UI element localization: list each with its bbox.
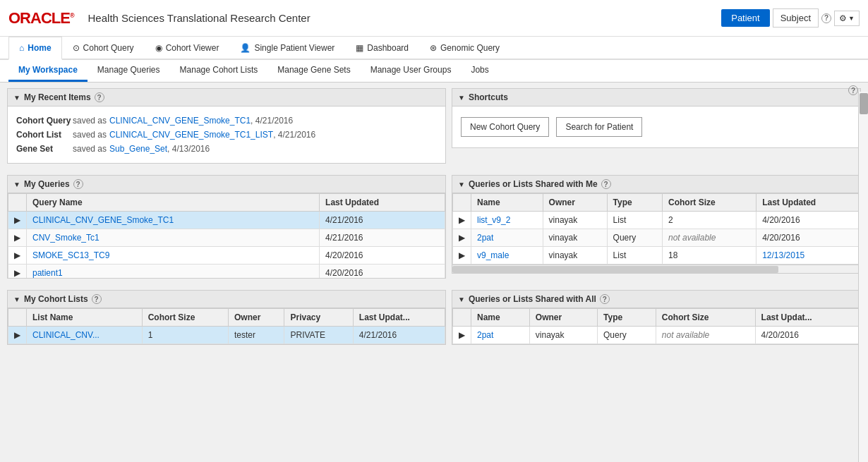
recent-link-2[interactable]: Sub_Gene_Set	[109, 144, 167, 154]
sm-owner-0: vinayak	[543, 212, 607, 229]
header-help-icon[interactable]: ?	[821, 13, 831, 23]
sm-updated-1: 4/20/2016	[757, 229, 860, 247]
single-patient-icon: 👤	[240, 43, 251, 53]
table-row[interactable]: ▶ v9_male vinayak List 18 12/13/2015	[453, 247, 860, 265]
tab-single-patient-viewer[interactable]: 👤 Single Patient Viewer	[229, 37, 345, 59]
sub-tab-my-workspace[interactable]: My Workspace	[8, 60, 88, 82]
dashboard-icon: ▦	[356, 43, 363, 53]
header: ORACLE® Health Sciences Translational Re…	[0, 0, 868, 37]
cohort-lists-collapse-icon[interactable]: ▼	[13, 296, 20, 303]
search-for-patient-button[interactable]: Search for Patient	[556, 117, 642, 137]
th-updated-swa: Last Updat...	[755, 309, 860, 327]
shared-with-all-help-icon[interactable]: ?	[600, 294, 610, 304]
table-row[interactable]: ▶ CLINICAL_CNV... 1 tester PRIVATE 4/21/…	[8, 327, 445, 344]
dropdown-arrow-icon: ▼	[848, 15, 855, 22]
row-expander-0[interactable]: ▶	[8, 212, 27, 229]
shortcuts-content: New Cohort Query Search for Patient	[452, 107, 860, 147]
table-row[interactable]: ▶ CLINICAL_CNV_GENE_Smoke_TC1 4/21/2016	[8, 212, 445, 229]
tab-cohort-viewer[interactable]: ◉ Cohort Viewer	[145, 37, 230, 59]
table-row[interactable]: ▶ CNV_Smoke_Tc1 4/21/2016	[8, 229, 445, 247]
new-cohort-query-button[interactable]: New Cohort Query	[461, 117, 549, 137]
tab-genomic-label: Genomic Query	[440, 43, 500, 53]
table-row[interactable]: ▶ 2pat vinayak Query not available 4/20/…	[453, 229, 860, 247]
query-link-2[interactable]: SMOKE_SC13_TC9	[32, 250, 109, 260]
my-queries-col: ▼ My Queries ? Query Name Last Updated	[7, 175, 446, 284]
recent-items-col: ▼ My Recent Items ? Cohort Query saved a…	[7, 88, 446, 169]
settings-dropdown[interactable]: ⚙ ▼	[834, 11, 860, 26]
shared-with-me-table: Name Owner Type Cohort Size Last Updated…	[452, 193, 860, 265]
recent-items-help-icon[interactable]: ?	[95, 92, 104, 102]
cl-link-0[interactable]: CLINICAL_CNV...	[32, 330, 100, 340]
my-cohort-lists-panel: ▼ My Cohort Lists ? List Name Cohort Siz…	[7, 290, 446, 345]
swa-link-0[interactable]: 2pat	[477, 330, 493, 340]
table-row[interactable]: ▶ list_v9_2 vinayak List 2 4/20/2016	[453, 212, 860, 229]
query-updated-2: 4/20/2016	[320, 247, 445, 265]
row-expander-sm-2[interactable]: ▶	[453, 247, 471, 265]
recent-date-2: , 4/13/2016	[167, 144, 210, 154]
cohort-query-icon: ⊙	[73, 43, 80, 53]
recent-link-0[interactable]: CLINICAL_CNV_GENE_Smoke_TC1	[109, 116, 251, 126]
recent-link-1[interactable]: CLINICAL_CNV_GENE_Smoke_TC1_LIST	[109, 130, 273, 140]
swa-owner-0: vinayak	[529, 327, 597, 344]
shared-with-me-col: ▼ Queries or Lists Shared with Me ? Name…	[452, 175, 861, 284]
table-row[interactable]: ▶ SMOKE_SC13_TC9 4/20/2016	[8, 247, 445, 265]
tab-single-patient-label: Single Patient Viewer	[254, 43, 334, 53]
nav-tabs: ⌂ Home ⊙ Cohort Query ◉ Cohort Viewer 👤 …	[0, 37, 868, 60]
page-help-icon[interactable]: ?	[848, 85, 858, 95]
cohort-lists-scroll[interactable]: List Name Cohort Size Owner Privacy Last…	[8, 308, 445, 344]
sub-tab-manage-user-groups[interactable]: Manage User Groups	[361, 60, 462, 82]
my-queries-help-icon[interactable]: ?	[73, 179, 83, 189]
shared-with-all-scroll[interactable]: Name Owner Type Cohort Size Last Updat..…	[452, 308, 860, 344]
queries-collapse-icon[interactable]: ▼	[13, 181, 20, 188]
sm-link-date-2[interactable]: 12/13/2015	[762, 250, 804, 260]
shared-with-me-horiz-scrollbar[interactable]	[452, 265, 860, 273]
patient-button[interactable]: Patient	[721, 9, 769, 27]
sm-link-2[interactable]: v9_male	[477, 250, 509, 260]
row-expander-swa-0[interactable]: ▶	[453, 327, 471, 344]
tab-cohort-viewer-label: Cohort Viewer	[166, 43, 219, 53]
collapse-icon[interactable]: ▼	[13, 94, 20, 102]
tab-dashboard[interactable]: ▦ Dashboard	[345, 37, 419, 59]
query-link-1[interactable]: CNV_Smoke_Tc1	[32, 233, 100, 243]
sm-link-1[interactable]: 2pat	[477, 233, 493, 243]
row-expander-cl-0[interactable]: ▶	[8, 327, 27, 344]
subject-button[interactable]: Subject	[773, 8, 819, 28]
shared-collapse-icon[interactable]: ▼	[458, 181, 465, 188]
recent-label-2: Gene Set	[16, 144, 73, 154]
sub-tab-manage-cohort-lists[interactable]: Manage Cohort Lists	[170, 60, 268, 82]
main-scrollbar[interactable]	[858, 92, 868, 356]
recent-prefix-1: saved as	[73, 130, 107, 140]
query-link-0[interactable]: CLINICAL_CNV_GENE_Smoke_TC1	[32, 215, 174, 225]
tab-home[interactable]: ⌂ Home	[8, 37, 62, 60]
query-name-3: patient1	[27, 265, 320, 279]
shared-with-me-scroll[interactable]: Name Owner Type Cohort Size Last Updated…	[452, 193, 860, 265]
sm-cohort-1: not available	[663, 229, 757, 247]
row-expander-1[interactable]: ▶	[8, 229, 27, 247]
recent-items-content: Cohort Query saved as CLINICAL_CNV_GENE_…	[8, 107, 445, 163]
table-row[interactable]: ▶ patient1 4/20/2016	[8, 265, 445, 279]
cohort-lists-help-icon[interactable]: ?	[92, 294, 102, 304]
sm-link-0[interactable]: list_v9_2	[477, 215, 510, 225]
row-expander-2[interactable]: ▶	[8, 247, 27, 265]
row-expander-sm-1[interactable]: ▶	[453, 229, 471, 247]
sub-tab-manage-queries[interactable]: Manage Queries	[88, 60, 170, 82]
sub-tab-manage-gene-sets[interactable]: Manage Gene Sets	[267, 60, 360, 82]
query-link-3[interactable]: patient1	[32, 268, 63, 278]
row-expander-sm-0[interactable]: ▶	[453, 212, 471, 229]
swa-collapse-icon[interactable]: ▼	[458, 296, 465, 303]
sub-tab-jobs[interactable]: Jobs	[461, 60, 498, 82]
th-updated-cl: Last Updat...	[353, 309, 445, 327]
shared-with-me-help-icon[interactable]: ?	[601, 179, 611, 189]
shortcuts-collapse-icon[interactable]: ▼	[458, 94, 465, 102]
shortcuts-header: ▼ Shortcuts	[452, 89, 860, 107]
row-expander-3[interactable]: ▶	[8, 265, 27, 279]
query-name-2: SMOKE_SC13_TC9	[27, 247, 320, 265]
sm-cohort-2: 18	[663, 247, 757, 265]
recent-item-0: Cohort Query saved as CLINICAL_CNV_GENE_…	[16, 114, 437, 128]
table-row[interactable]: ▶ 2pat vinayak Query not available 4/20/…	[453, 327, 860, 344]
tab-cohort-query[interactable]: ⊙ Cohort Query	[62, 37, 145, 59]
sm-type-2: List	[607, 247, 662, 265]
my-queries-scroll[interactable]: Query Name Last Updated ▶ CLINICAL_CNV_G…	[8, 193, 445, 278]
th-cohort-size-swa: Cohort Size	[656, 309, 755, 327]
tab-genomic-query[interactable]: ⊛ Genomic Query	[419, 37, 510, 59]
